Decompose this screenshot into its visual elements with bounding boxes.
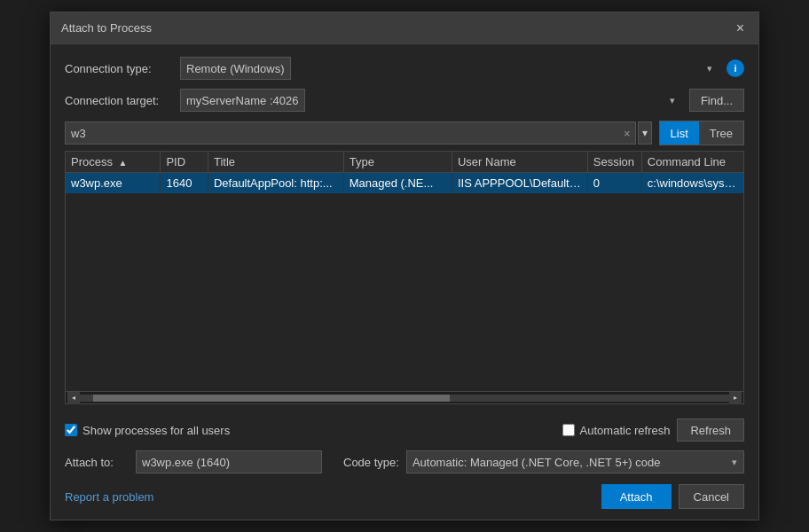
table-row[interactable]: w3wp.exe 1640 DefaultAppPool: http:... M… [66,173,743,194]
show-all-text: Show processes for all users [82,424,230,437]
process-table-container: Process ▲ PID Title Type User Name Sessi… [65,151,744,392]
filter-dropdown-button[interactable]: ▾ [638,121,652,145]
cell-type: Managed (.NE... [343,173,452,194]
cell-process: w3wp.exe [66,173,161,194]
list-view-button[interactable]: List [660,121,699,145]
tree-view-button[interactable]: Tree [699,121,743,145]
bottom-section: Show processes for all users Automatic r… [51,411,758,520]
auto-refresh-label[interactable]: Automatic refresh [562,424,671,437]
cell-username: IIS APPPOOL\DefaultAppPool [452,173,587,194]
view-buttons: List Tree [659,121,744,145]
connection-target-select-wrapper: myServerName :4026 [180,89,682,112]
col-header-session[interactable]: Session [587,152,641,173]
info-icon[interactable]: i [727,59,744,77]
dialog-body: Connection type: Remote (Windows) i Conn… [51,44,758,404]
cell-pid: 1640 [161,173,208,194]
report-problem-link[interactable]: Report a problem [65,490,153,504]
cell-session: 0 [587,173,641,194]
cell-cmdline: c:\windows\system [641,173,743,194]
action-row: Report a problem Attach Cancel [65,484,744,509]
cancel-button[interactable]: Cancel [679,484,744,509]
col-header-username[interactable]: User Name [452,152,587,173]
connection-target-row: Connection target: myServerName :4026 Fi… [65,89,744,112]
title-bar: Attach to Process × [51,12,758,44]
show-all-label[interactable]: Show processes for all users [65,424,230,437]
table-header: Process ▲ PID Title Type User Name Sessi… [66,152,743,173]
connection-target-label: Connection target: [65,94,180,107]
code-type-label: Code type: [343,456,399,469]
refresh-button[interactable]: Refresh [677,419,744,442]
horizontal-scrollbar[interactable]: ◂ ▸ [65,392,744,404]
filter-input[interactable] [65,121,636,145]
process-table: Process ▲ PID Title Type User Name Sessi… [66,152,743,193]
sort-arrow-process: ▲ [119,158,128,168]
col-header-cmdline[interactable]: Command Line [641,152,743,173]
scrollbar-track[interactable] [80,395,729,402]
find-button[interactable]: Find... [689,89,744,112]
filter-row: × ▾ List Tree [65,121,744,145]
scrollbar-thumb[interactable] [93,395,451,402]
connection-target-select[interactable]: myServerName :4026 [180,89,305,112]
attach-to-row: Attach to: Code type: Automatic: Managed… [65,450,744,473]
col-header-process[interactable]: Process ▲ [66,152,161,173]
attach-button[interactable]: Attach [601,484,672,509]
action-buttons: Attach Cancel [601,484,744,509]
cell-title: DefaultAppPool: http:... [208,173,343,194]
filter-input-wrapper: × [65,121,636,145]
auto-refresh-checkbox[interactable] [562,424,575,436]
show-all-row: Show processes for all users Automatic r… [65,419,744,442]
scroll-right-arrow[interactable]: ▸ [729,392,742,404]
code-type-select-wrapper: Automatic: Managed (.NET Core, .NET 5+) … [406,450,744,473]
attach-to-process-dialog: Attach to Process × Connection type: Rem… [50,12,759,520]
col-header-title[interactable]: Title [208,152,343,173]
attach-to-label: Attach to: [65,456,136,469]
connection-type-select[interactable]: Remote (Windows) [180,57,291,80]
show-all-checkbox[interactable] [65,424,77,436]
table-body: w3wp.exe 1640 DefaultAppPool: http:... M… [66,173,743,194]
col-header-type[interactable]: Type [343,152,452,173]
scroll-left-arrow[interactable]: ◂ [67,392,80,404]
col-header-pid[interactable]: PID [161,152,208,173]
close-button[interactable]: × [733,20,748,37]
connection-type-label: Connection type: [65,62,180,75]
connection-type-select-wrapper: Remote (Windows) [180,57,719,80]
auto-refresh-text: Automatic refresh [580,424,671,437]
dialog-title: Attach to Process [61,21,152,35]
table-scroll-area[interactable]: Process ▲ PID Title Type User Name Sessi… [66,152,743,391]
refresh-section: Automatic refresh Refresh [562,419,744,442]
filter-clear-button[interactable]: × [622,127,632,140]
attach-to-input[interactable] [136,450,322,473]
connection-type-row: Connection type: Remote (Windows) i [65,57,744,80]
code-type-select[interactable]: Automatic: Managed (.NET Core, .NET 5+) … [406,450,744,473]
